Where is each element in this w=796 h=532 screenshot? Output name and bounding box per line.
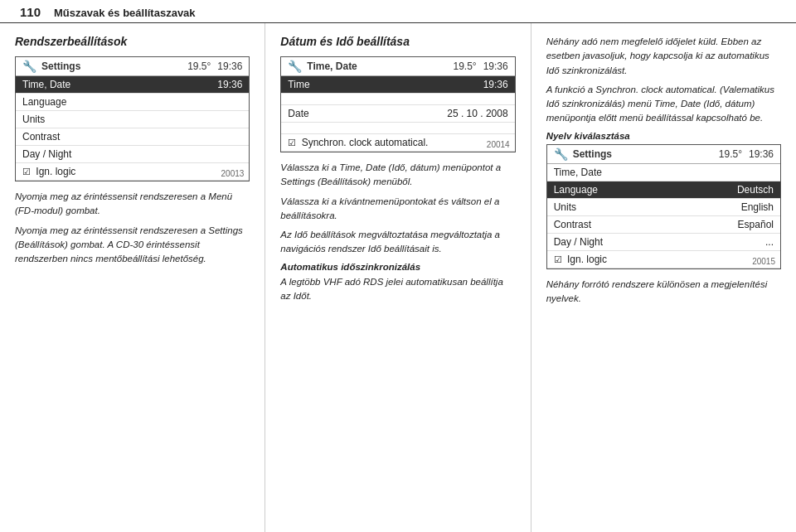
lang-row-language[interactable]: Language Deutsch bbox=[547, 181, 780, 199]
row-value-date: 25 . 10 . 2008 bbox=[447, 108, 507, 119]
col3-subtitle: Nyelv kiválasztása bbox=[546, 131, 781, 141]
lang-label-time-date: Time, Date bbox=[554, 167, 602, 178]
lang-row-units[interactable]: Units English bbox=[547, 199, 780, 216]
row-label-sync: ☑ Synchron. clock automatical. bbox=[288, 137, 428, 148]
settings-row-time-date[interactable]: Time, Date 19:36 bbox=[16, 76, 249, 94]
lang-settings-header-left: 🔧 Settings bbox=[554, 148, 612, 161]
lang-label-ign-logic: ☑ Ign. logic bbox=[554, 254, 607, 265]
settings-header-2: 🔧 Time, Date 19.5° 19:36 bbox=[281, 57, 514, 76]
row-label-time-date: Time, Date bbox=[22, 79, 70, 90]
box-num-1: 20013 bbox=[221, 169, 245, 178]
wrench-icon-3: 🔧 bbox=[554, 148, 568, 161]
settings-row-time[interactable]: Time 19:36 bbox=[281, 76, 514, 94]
settings-label-1: Settings bbox=[41, 60, 80, 72]
box-num-3: 20015 bbox=[752, 257, 775, 266]
lang-label-language: Language bbox=[554, 184, 598, 196]
lang-option-espanol: Español bbox=[738, 219, 774, 230]
lang-time-display: 19:36 bbox=[749, 148, 774, 160]
settings-row-empty2 bbox=[281, 123, 514, 134]
col2-text2: Válassza ki a kívántnemenüpontokat és vá… bbox=[280, 195, 515, 224]
lang-row-time-date[interactable]: Time, Date bbox=[547, 164, 780, 181]
settings-header-left-1: 🔧 Settings bbox=[22, 60, 80, 73]
col1-title: Rendszerbeállítások bbox=[15, 35, 250, 48]
box-num-2: 20014 bbox=[487, 140, 510, 149]
settings-row-day-night[interactable]: Day / Night bbox=[16, 146, 249, 163]
lang-settings-header-right: 19.5° 19:36 bbox=[719, 148, 774, 160]
settings-header-right-2: 19.5° 19:36 bbox=[453, 60, 507, 72]
col2-text1: Válassza ki a Time, Date (Idő, dátum) me… bbox=[280, 161, 515, 190]
settings-label-2: Time, Date bbox=[307, 60, 357, 72]
lang-option-dots: ... bbox=[765, 236, 774, 248]
col-language: Néhány adó nem megfelelő időjelet küld. … bbox=[531, 23, 796, 532]
col2-text3: Az Idő beállítások megváltoztatása megvá… bbox=[280, 228, 515, 257]
row-value-time: 19:36 bbox=[483, 79, 508, 90]
lang-settings-label: Settings bbox=[573, 148, 612, 160]
col2-text4: A legtöbb VHF adó RDS jelei automatikusa… bbox=[280, 275, 515, 304]
col-system-settings: Rendszerbeállítások 🔧 Settings 19.5° 19:… bbox=[0, 23, 265, 532]
settings-row-language[interactable]: Language bbox=[16, 94, 249, 111]
row-label-day-night: Day / Night bbox=[22, 148, 71, 160]
lang-label-units: Units bbox=[554, 201, 576, 213]
row-label-date: Date bbox=[288, 108, 308, 119]
lang-label-day-night: Day / Night bbox=[554, 236, 603, 248]
checkbox-icon-3: ☑ bbox=[554, 254, 562, 264]
main-content: Rendszerbeállítások 🔧 Settings 19.5° 19:… bbox=[0, 23, 796, 532]
temp-display-2: 19.5° bbox=[453, 60, 476, 72]
checkbox-icon-1: ☑ bbox=[22, 167, 31, 177]
lang-temp-display: 19.5° bbox=[719, 148, 742, 160]
lang-option-deutsch: Deutsch bbox=[737, 184, 774, 196]
col2-subtitle: Automatikus időszinkronizálás bbox=[280, 262, 515, 272]
col1-text2: Nyomja meg az érintéssensit rendszeresen… bbox=[15, 224, 250, 267]
col3-text-sync: A funkció a Synchron. clock automatical.… bbox=[546, 83, 781, 126]
col1-text1: Nyomja meg az érintéssensit rendszeresen… bbox=[15, 190, 250, 219]
lang-label-contrast: Contrast bbox=[554, 219, 591, 230]
time-display-2: 19:36 bbox=[483, 60, 508, 72]
lang-settings-header: 🔧 Settings 19.5° 19:36 bbox=[547, 145, 780, 164]
settings-row-empty1 bbox=[281, 94, 514, 105]
settings-header-left-2: 🔧 Time, Date bbox=[288, 60, 357, 73]
settings-box-1: 🔧 Settings 19.5° 19:36 Time, Date 19:36 … bbox=[15, 56, 250, 181]
settings-header-right-1: 19.5° 19:36 bbox=[187, 60, 242, 72]
lang-row-day-night[interactable]: Day / Night ... bbox=[547, 234, 780, 251]
wrench-icon-1: 🔧 bbox=[22, 60, 36, 73]
settings-row-sync[interactable]: ☑ Synchron. clock automatical. bbox=[281, 134, 514, 152]
page: 110 Műszavak és beállítaszavak Rendszerb… bbox=[0, 0, 796, 532]
row-label-contrast: Contrast bbox=[22, 131, 60, 143]
row-value-time-date: 19:36 bbox=[217, 79, 242, 90]
temp-display-1: 19.5° bbox=[187, 60, 211, 72]
lang-settings-box: 🔧 Settings 19.5° 19:36 Time, Date Langua… bbox=[546, 144, 781, 269]
col-datetime: Dátum és Idő beállítása 🔧 Time, Date 19.… bbox=[265, 23, 531, 532]
wrench-icon-2: 🔧 bbox=[288, 60, 302, 73]
settings-row-contrast[interactable]: Contrast bbox=[16, 128, 249, 146]
row-label-ign-logic: ☑ Ign. logic bbox=[22, 166, 75, 177]
lang-option-english: English bbox=[741, 201, 774, 213]
col2-title: Dátum és Idő beállítása bbox=[280, 35, 515, 48]
page-title: Műszavak és beállítaszavak bbox=[54, 7, 196, 19]
row-label-units: Units bbox=[22, 114, 45, 125]
settings-box-2: 🔧 Time, Date 19.5° 19:36 Time 19:36 bbox=[280, 56, 515, 152]
checkbox-icon-2: ☑ bbox=[288, 138, 296, 148]
page-number: 110 bbox=[20, 5, 41, 19]
settings-row-units[interactable]: Units bbox=[16, 111, 249, 128]
col3-text-intro: Néhány adó nem megfelelő időjelet küld. … bbox=[546, 35, 781, 78]
settings-row-ign-logic[interactable]: ☑ Ign. logic bbox=[16, 163, 249, 181]
lang-row-ign-logic[interactable]: ☑ Ign. logic bbox=[547, 251, 780, 268]
page-header: 110 Műszavak és beállítaszavak bbox=[0, 0, 796, 23]
col3-text-footer: Néhány forrótó rendszere különösen a meg… bbox=[546, 278, 781, 307]
lang-row-contrast[interactable]: Contrast Español bbox=[547, 216, 780, 234]
settings-row-date[interactable]: Date 25 . 10 . 2008 bbox=[281, 105, 514, 123]
settings-header-1: 🔧 Settings 19.5° 19:36 bbox=[16, 57, 249, 76]
row-label-language: Language bbox=[22, 96, 66, 108]
row-label-time: Time bbox=[288, 79, 309, 90]
time-display-1: 19:36 bbox=[217, 60, 242, 72]
